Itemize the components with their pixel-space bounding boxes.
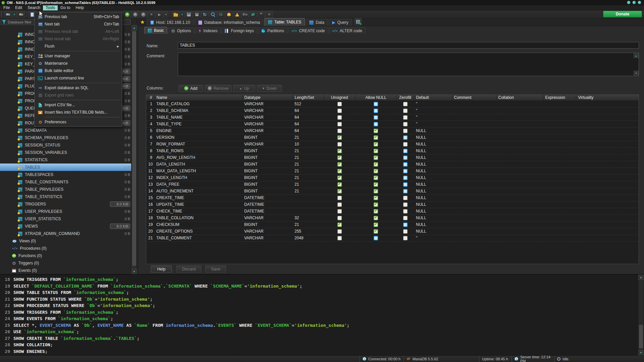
cell-expression[interactable] bbox=[543, 134, 576, 141]
cell-length-set[interactable] bbox=[292, 194, 324, 201]
unsigned-checkbox[interactable] bbox=[337, 209, 342, 214]
cell-allow-null[interactable] bbox=[355, 154, 396, 161]
cell-comment[interactable] bbox=[452, 174, 496, 181]
unsigned-checkbox[interactable] bbox=[337, 229, 342, 234]
cell-comment[interactable] bbox=[452, 235, 496, 241]
subtab-basic[interactable]: Basic bbox=[144, 27, 167, 34]
cell-allow-null[interactable] bbox=[355, 161, 396, 168]
cell-collation[interactable] bbox=[496, 107, 543, 114]
allow-null-checkbox[interactable] bbox=[374, 102, 378, 106]
quote-button[interactable]: ” bbox=[257, 11, 265, 18]
menu-file[interactable]: File bbox=[1, 5, 12, 10]
zerofill-checkbox[interactable] bbox=[403, 209, 408, 214]
cell-expression[interactable] bbox=[543, 188, 576, 194]
cell-unsigned[interactable] bbox=[324, 101, 355, 107]
tab-database-information-schema[interactable]: Database: information_schema bbox=[195, 19, 264, 26]
cell-zerofill[interactable] bbox=[396, 147, 414, 154]
unsigned-checkbox[interactable] bbox=[337, 162, 342, 167]
cell-default[interactable]: NULL bbox=[414, 141, 452, 147]
cell-allow-null[interactable] bbox=[355, 147, 396, 154]
cell-expression[interactable] bbox=[543, 181, 576, 188]
sidebar-table-xtradb_admin_command[interactable]: XTRADB_ADMIN_COMMAND0 B bbox=[0, 230, 131, 237]
cell-column-name[interactable]: TABLE_TYPE bbox=[154, 121, 242, 127]
cell-unsigned[interactable] bbox=[324, 121, 355, 127]
subtab-create-code[interactable]: </>CREATE code bbox=[288, 27, 328, 34]
execute-button[interactable]: ▶ bbox=[156, 11, 163, 18]
cell-default[interactable]: NULL bbox=[414, 161, 452, 168]
cell-unsigned[interactable] bbox=[324, 228, 355, 235]
comment-scroll-up-icon[interactable]: ▲ bbox=[634, 53, 639, 58]
cell-expression[interactable] bbox=[543, 107, 576, 114]
cell-datatype[interactable]: BIGINT bbox=[242, 147, 292, 154]
cell-unsigned[interactable] bbox=[324, 161, 355, 168]
unsigned-checkbox[interactable] bbox=[337, 176, 342, 180]
unsigned-checkbox[interactable] bbox=[337, 196, 342, 200]
allow-null-checkbox[interactable] bbox=[374, 156, 378, 160]
cell-default[interactable]: '' bbox=[414, 114, 452, 121]
cell-zerofill[interactable] bbox=[396, 134, 414, 141]
zerofill-checkbox[interactable] bbox=[403, 135, 408, 140]
cell-allow-null[interactable] bbox=[355, 194, 396, 201]
allow-null-checkbox[interactable] bbox=[374, 189, 378, 193]
allow-null-checkbox[interactable] bbox=[374, 109, 378, 113]
allow-null-checkbox[interactable] bbox=[374, 169, 378, 173]
cell-column-name[interactable]: TABLE_COLLATION bbox=[154, 215, 242, 221]
cell-collation[interactable] bbox=[496, 114, 543, 121]
cell-datatype[interactable]: BIGINT bbox=[242, 188, 292, 194]
cell-comment[interactable] bbox=[452, 208, 496, 215]
cell-column-name[interactable]: TABLE_CATALOG bbox=[154, 101, 242, 107]
subtab-options[interactable]: ⚙Options bbox=[168, 27, 194, 34]
cell-unsigned[interactable] bbox=[324, 235, 355, 241]
cell-default[interactable]: NULL bbox=[414, 181, 452, 188]
cell-collation[interactable] bbox=[496, 168, 543, 174]
zerofill-checkbox[interactable] bbox=[403, 169, 408, 173]
cell-column-name[interactable]: ROW_FORMAT bbox=[154, 141, 242, 147]
menu-item-bulk-table-editor[interactable]: Bulk table editor bbox=[35, 67, 122, 74]
cell-column-name[interactable]: CREATE_OPTIONS bbox=[154, 228, 242, 235]
tab-table-tables[interactable]: Table: TABLES bbox=[264, 18, 305, 26]
sidebar-table-session_status[interactable]: SESSION_STATUS0 B bbox=[0, 141, 131, 149]
zerofill-checkbox[interactable] bbox=[403, 189, 408, 193]
clear-button[interactable]: × bbox=[265, 11, 273, 18]
cell-collation[interactable] bbox=[496, 141, 543, 147]
cell-datatype[interactable]: VARCHAR bbox=[242, 114, 292, 121]
new-item-button[interactable]: + bbox=[123, 11, 131, 18]
allow-null-checkbox[interactable] bbox=[374, 209, 378, 214]
cell-expression[interactable] bbox=[543, 215, 576, 221]
cell-default[interactable]: NULL bbox=[414, 228, 452, 235]
unsigned-checkbox[interactable] bbox=[337, 102, 342, 106]
cell-column-name[interactable]: DATA_FREE bbox=[154, 181, 242, 188]
column-header-datatype[interactable]: Datatype bbox=[242, 95, 292, 101]
cell-zerofill[interactable] bbox=[396, 235, 414, 241]
cell-virtuality[interactable] bbox=[576, 188, 639, 194]
cell-default[interactable]: NULL bbox=[414, 147, 452, 154]
allow-null-checkbox[interactable] bbox=[374, 223, 378, 227]
cell-default[interactable]: '' bbox=[414, 121, 452, 127]
bell-button[interactable] bbox=[225, 11, 233, 18]
tab-data[interactable]: Data bbox=[306, 19, 328, 26]
cell-zerofill[interactable] bbox=[396, 127, 414, 134]
cell-length-set[interactable]: 64 bbox=[292, 114, 324, 121]
cell-length-set[interactable]: 255 bbox=[292, 228, 324, 235]
column-header-length-set[interactable]: Length/Set bbox=[292, 95, 324, 101]
cell-datatype[interactable]: VARCHAR bbox=[242, 121, 292, 127]
cell-collation[interactable] bbox=[496, 228, 543, 235]
zerofill-checkbox[interactable] bbox=[403, 223, 408, 227]
cell-default[interactable]: NULL bbox=[414, 127, 452, 134]
zerofill-checkbox[interactable] bbox=[403, 229, 408, 234]
cell-comment[interactable] bbox=[452, 127, 496, 134]
cell-comment[interactable] bbox=[452, 181, 496, 188]
sidebar-table-views[interactable]: VIEWS8.0 KiB bbox=[0, 223, 131, 230]
cell-column-name[interactable]: CREATE_TIME bbox=[154, 194, 242, 201]
cell-expression[interactable] bbox=[543, 114, 576, 121]
unsigned-checkbox[interactable] bbox=[337, 236, 342, 240]
sidebar-table-schemata[interactable]: SCHEMATA0 B bbox=[0, 127, 131, 134]
cell-unsigned[interactable] bbox=[324, 154, 355, 161]
unsigned-checkbox[interactable] bbox=[337, 182, 342, 187]
cell-allow-null[interactable] bbox=[355, 127, 396, 134]
cell-virtuality[interactable] bbox=[576, 201, 639, 208]
cell-allow-null[interactable] bbox=[355, 168, 396, 174]
cell-comment[interactable] bbox=[452, 201, 496, 208]
cell-expression[interactable] bbox=[543, 201, 576, 208]
cell-virtuality[interactable] bbox=[576, 114, 639, 121]
